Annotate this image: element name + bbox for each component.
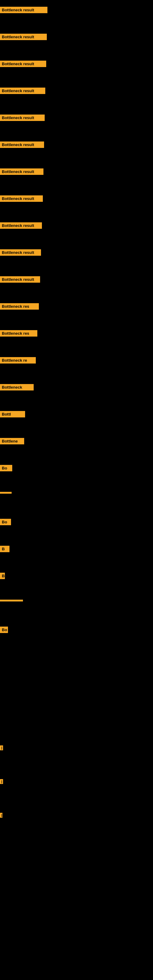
result-row: Bottleneck result [0, 86, 153, 113]
bottleneck-label[interactable]: Bottleneck result [0, 249, 41, 256]
bottleneck-label[interactable]: B [0, 546, 10, 552]
bottleneck-label[interactable]: Bottleneck result [0, 169, 43, 175]
bottleneck-label[interactable]: Bottleneck result [0, 88, 45, 94]
result-row: Bo [0, 625, 153, 652]
result-row: Bottleneck res [0, 328, 153, 355]
result-row: Bottleneck [0, 382, 153, 409]
result-row: Bottleneck result [0, 194, 153, 221]
small-bottleneck-label[interactable]: | [0, 813, 2, 818]
site-title [0, 0, 153, 5]
bottleneck-label[interactable]: Bottleneck result [0, 34, 47, 40]
result-row: Bottleneck result [0, 221, 153, 247]
result-row: Bottleneck result [0, 32, 153, 59]
result-row: Bottleneck result [0, 274, 153, 301]
result-row [0, 598, 153, 625]
bottleneck-label[interactable]: Bottleneck re [0, 357, 36, 364]
bottleneck-label[interactable]: Bottleneck res [0, 303, 39, 310]
bottleneck-label[interactable]: Bottle [0, 573, 5, 579]
bottleneck-label[interactable]: Bottleneck result [0, 7, 48, 13]
bottleneck-label[interactable]: Bottleneck result [0, 222, 42, 229]
bottleneck-label[interactable]: Bo [0, 519, 11, 525]
small-result-row: | [0, 777, 153, 811]
result-row: Bottleneck result [0, 5, 153, 32]
small-result-row: | [0, 811, 153, 845]
result-row: Bottleneck result [0, 113, 153, 140]
result-row: Bo [0, 463, 153, 490]
bottleneck-label[interactable]: Bottleneck result [0, 142, 44, 148]
result-row: Bottleneck result [0, 247, 153, 274]
small-bottleneck-label[interactable]: | [0, 745, 3, 750]
result-row [0, 490, 153, 517]
result-row: Bottleneck result [0, 140, 153, 167]
result-row: Bottl [0, 409, 153, 436]
result-row: B [0, 544, 153, 571]
result-row: Bottle [0, 571, 153, 598]
result-row: Bottleneck result [0, 167, 153, 194]
bottleneck-label[interactable]: Bottlene [0, 438, 24, 444]
bottleneck-label[interactable] [0, 600, 23, 601]
bottleneck-label[interactable]: Bottl [0, 411, 25, 417]
small-bottleneck-label[interactable]: | [0, 779, 3, 784]
bottleneck-label[interactable]: Bottleneck [0, 384, 33, 390]
bottleneck-label[interactable]: Bo [0, 627, 8, 633]
blank-section-1 [0, 652, 153, 744]
bottleneck-label[interactable] [0, 492, 12, 494]
result-row: Bottleneck res [0, 301, 153, 328]
bottleneck-label[interactable]: Bottleneck result [0, 276, 40, 283]
result-row: Bottleneck result [0, 59, 153, 86]
bottleneck-label[interactable]: Bottleneck result [0, 115, 45, 121]
bottleneck-label[interactable]: Bottleneck res [0, 330, 37, 337]
result-row: Bottleneck re [0, 355, 153, 382]
bottleneck-label[interactable]: Bottleneck result [0, 196, 43, 202]
bottleneck-label[interactable]: Bo [0, 465, 12, 471]
small-result-row: | [0, 744, 153, 777]
result-row: Bottlene [0, 436, 153, 463]
result-row: Bo [0, 517, 153, 544]
bottleneck-label[interactable]: Bottleneck result [0, 60, 46, 67]
